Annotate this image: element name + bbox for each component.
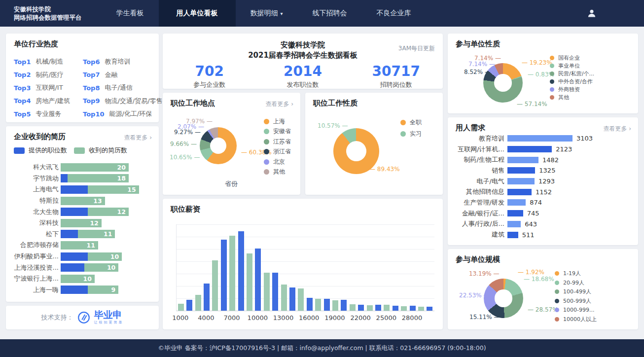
salary-bar: [427, 307, 432, 311]
demand-value: 2123: [556, 145, 572, 153]
demand-bar-row: 建筑511: [456, 229, 634, 240]
salary-bar: [324, 299, 330, 311]
stacked-bar: 13: [61, 197, 105, 205]
industry-name: 能源/化工/环保: [109, 109, 152, 118]
resume-bar-chart[interactable]: 科大讯飞20字节跳动18上海电气15特斯拉13北大生物12深科技12松下11合肥…: [14, 162, 155, 295]
tech-support-label: 技术支持：: [41, 313, 73, 322]
demand-bar-row: 其他招聘信息1152: [456, 186, 634, 197]
overview-stats: 702 参与企业数 2014 发布职位数 30717 招聘岗位数: [163, 64, 443, 89]
stat-value: 702: [163, 64, 256, 79]
salary-bar: [221, 240, 227, 311]
nav-bad-company[interactable]: 不良企业库: [362, 0, 426, 27]
demand-bar-row: 电子/电气1293: [456, 176, 634, 187]
stacked-bar: 9: [61, 286, 118, 294]
user-menu[interactable]: [587, 0, 597, 27]
legend-item[interactable]: 浙江省: [264, 149, 291, 155]
panel-company-resumes: 企业收到的简历 查看更多 › 提供的职位数 收到的简历数 科大讯飞20字节跳动1…: [6, 126, 159, 302]
provided-jobs-bar: [61, 185, 88, 194]
panel-title: 职位工作地点: [171, 99, 215, 108]
company-label: 上海一嗨: [14, 286, 61, 294]
x-tick-label: 1000: [172, 314, 188, 321]
stacked-bar: 11: [61, 241, 98, 250]
legend-label: 1-19人: [563, 270, 581, 277]
legend-item[interactable]: 100-499人: [555, 289, 597, 294]
legend-item[interactable]: 外商独资: [550, 87, 594, 92]
legend-dot: [550, 64, 554, 68]
demand-bar-row: 互联网/计算机...2123: [456, 144, 634, 155]
legend-item[interactable]: 实习: [400, 131, 422, 137]
legend-item[interactable]: 国有企业: [550, 55, 594, 61]
legend-item[interactable]: 其他: [264, 169, 291, 175]
legend-dot: [555, 317, 559, 321]
industry-rank-item: Top1机械/制造: [14, 55, 83, 69]
view-more-link[interactable]: 查看更多 ›: [265, 100, 293, 108]
company-label: 松下: [14, 230, 61, 239]
salary-bar: [212, 260, 218, 311]
legend-item[interactable]: 民营/私营/个...: [550, 71, 594, 76]
legend-item[interactable]: 全职: [400, 119, 422, 125]
stat-label: 参与企业数: [163, 80, 256, 89]
panel-title: 参与单位规模: [456, 255, 500, 264]
salary-bar: [332, 300, 338, 311]
salary-histogram[interactable]: [176, 224, 434, 311]
nav-employer-board[interactable]: 用人单位看板: [159, 0, 236, 27]
received-resumes-bar: 20: [61, 163, 129, 172]
resume-legend: 提供的职位数 收到的简历数: [14, 146, 127, 155]
legend-item[interactable]: 1000-999...: [555, 307, 597, 313]
brand-line1: 安徽科技学院: [14, 5, 82, 13]
unit-scale-donut[interactable]: [484, 279, 523, 318]
legend-item[interactable]: 500-999人: [555, 298, 597, 304]
brand-line2: 网络招聘会数据管理平台: [14, 13, 82, 22]
legend-item[interactable]: 上海: [264, 118, 291, 124]
legend-item[interactable]: 其他: [550, 95, 594, 100]
received-resumes-bar: 10: [61, 275, 95, 283]
legend-label: 全职: [410, 118, 422, 127]
industry-rank: Top7: [83, 71, 100, 78]
provided-jobs-bar: [61, 208, 88, 216]
pie-label: 18.68%: [524, 276, 554, 283]
resume-bar-row: 字节跳动18: [14, 173, 155, 184]
footer-text: ©毕业申 备案号：沪ICP备17007916号-3 | 邮箱：info@appl…: [158, 344, 486, 353]
legend-item[interactable]: 江苏省: [264, 139, 291, 144]
demand-bar: [507, 221, 521, 227]
salary-bar: [229, 236, 235, 311]
x-axis-name: 省份: [225, 179, 238, 188]
view-more-link[interactable]: 查看更多 ›: [124, 134, 152, 142]
job-location-donut[interactable]: [200, 127, 237, 164]
salary-bar: [384, 305, 390, 311]
nav-label: 用人单位看板: [177, 9, 218, 18]
legend-item[interactable]: 事业单位: [550, 63, 594, 69]
legend-item[interactable]: 中外合资/合作: [550, 79, 594, 84]
view-more-link[interactable]: 查看更多 ›: [603, 125, 631, 133]
nav-offline-fair[interactable]: 线下招聘会: [298, 0, 362, 27]
demand-bar: [507, 146, 552, 152]
stat-openings: 30717 招聘岗位数: [350, 64, 443, 89]
legend-item[interactable]: 北京: [264, 159, 291, 165]
salary-bar: [289, 287, 295, 311]
panel-title: 职位工作性质: [313, 99, 358, 108]
legend-item[interactable]: 20-99人: [555, 280, 597, 286]
stacked-bar: 12: [61, 208, 129, 216]
legend-item[interactable]: 1-19人: [555, 271, 597, 276]
industry-rank: Top1: [14, 58, 31, 66]
industry-rank-item: Top6教育培训: [83, 55, 163, 69]
nav-student-board[interactable]: 学生看板: [102, 0, 159, 27]
resume-bar-row: 特斯拉13: [14, 195, 155, 207]
update-note: 3AM每日更新: [398, 44, 435, 53]
nav-data-detail[interactable]: 数据明细▾: [236, 0, 298, 27]
legend-label: 提供的职位数: [29, 146, 67, 155]
biyeshen-logo-icon: [77, 311, 90, 324]
demand-value: 3103: [576, 135, 593, 142]
legend-dot: [400, 120, 406, 125]
legend-item[interactable]: 10000人以上: [555, 317, 597, 322]
legend-dot: [550, 71, 554, 76]
salary-bar: [238, 231, 244, 311]
pie-label: 7.97%: [186, 118, 213, 125]
provided-jobs-bar: [61, 230, 78, 238]
stat-label: 发布职位数: [256, 80, 349, 89]
received-resumes-bar: 15: [88, 185, 139, 194]
legend-dot: [550, 79, 554, 84]
x-tick-label: 13000: [273, 314, 293, 321]
legend-item[interactable]: 安徽省: [264, 129, 291, 135]
demand-bar-chart[interactable]: 教育培训3103互联网/计算机...2123制药/生物工程1482销售1325电…: [456, 133, 634, 240]
